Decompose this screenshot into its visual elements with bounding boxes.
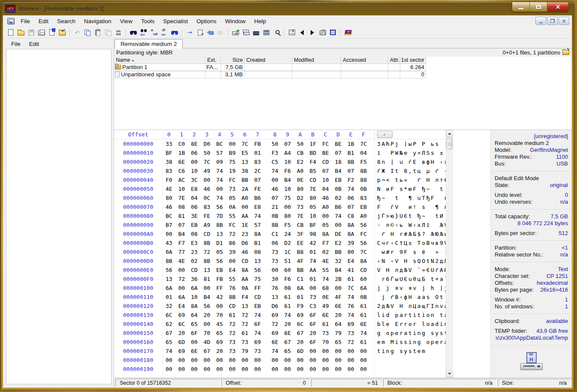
- hex-text[interactable]: j j яv яv j h |j: [375, 283, 446, 292]
- hex-byte[interactable]: B5: [307, 168, 320, 174]
- hex-byte[interactable]: 00: [163, 231, 175, 237]
- hex-byte[interactable]: 10: [188, 168, 201, 174]
- hex-byte[interactable]: F6: [281, 276, 294, 282]
- next-window-button[interactable]: [307, 27, 317, 37]
- hex-byte[interactable]: 18: [332, 159, 345, 165]
- column-header-attr[interactable]: Attr.: [388, 57, 400, 64]
- preview-button[interactable]: [272, 27, 282, 37]
- hex-byte[interactable]: 00: [307, 366, 320, 372]
- hex-byte[interactable]: 4E: [319, 258, 332, 264]
- hex-byte[interactable]: 07: [175, 222, 188, 228]
- hex-byte[interactable]: F5: [281, 222, 294, 228]
- hex-byte[interactable]: 21: [269, 204, 281, 210]
- hex-byte[interactable]: 4F: [294, 258, 307, 264]
- hex-row[interactable]: 000000060807E040C7405A0B60775D2804602068…: [114, 193, 446, 202]
- hex-row[interactable]: 000000090B707EBA98BFC1E578BF5CBBF05008A5…: [114, 220, 446, 229]
- copy-button[interactable]: [82, 27, 93, 37]
- hex-byte[interactable]: 61: [281, 294, 294, 300]
- hex-byte[interactable]: 07: [281, 141, 294, 147]
- hex-byte[interactable]: 7E: [294, 213, 307, 219]
- hex-row[interactable]: 000000160656D004D697373696E67206F7065726…: [114, 338, 446, 347]
- menu-specialist[interactable]: Specialist: [159, 16, 192, 26]
- hex-byte[interactable]: 65: [163, 339, 175, 345]
- case-menu-edit[interactable]: Edit: [25, 39, 43, 48]
- hex-byte[interactable]: F4: [239, 294, 251, 300]
- column-header-1st-sector[interactable]: 1st sector: [400, 57, 426, 64]
- hex-byte[interactable]: E3: [188, 240, 201, 246]
- hex-grid[interactable]: 00000000033C08ED0BC007CFB5007501FFCBE1B7…: [114, 139, 446, 374]
- hex-byte[interactable]: A9: [201, 222, 214, 228]
- text-column-header-button[interactable]: ✓: [377, 131, 393, 138]
- hex-byte[interactable]: 74: [213, 168, 226, 174]
- hex-byte[interactable]: 2B: [332, 276, 345, 282]
- hex-byte[interactable]: 00: [294, 357, 307, 363]
- hex-byte[interactable]: 6F: [307, 339, 320, 345]
- hex-byte[interactable]: 7C: [357, 141, 370, 147]
- hex-row[interactable]: 00000000033C08ED0BC007CFB5007501FFCBE1B7…: [114, 139, 446, 148]
- hex-byte[interactable]: 56: [163, 267, 175, 273]
- hex-byte[interactable]: 13: [201, 267, 214, 273]
- hex-byte[interactable]: 0B: [357, 186, 370, 192]
- hex-byte[interactable]: 10: [319, 177, 332, 183]
- hex-byte[interactable]: F7: [175, 240, 188, 246]
- hex-byte[interactable]: 80: [307, 195, 320, 201]
- hex-byte[interactable]: 7E: [307, 186, 320, 192]
- hex-byte[interactable]: F2: [344, 177, 357, 183]
- hex-byte[interactable]: 30: [269, 276, 281, 282]
- hex-byte[interactable]: A0: [319, 204, 332, 210]
- hex-byte[interactable]: 65: [332, 339, 345, 345]
- hex-byte[interactable]: 00: [201, 321, 214, 327]
- open-file-button[interactable]: [16, 27, 26, 37]
- prev-window-button[interactable]: [297, 27, 307, 37]
- hex-byte[interactable]: 00: [201, 366, 214, 372]
- close-button[interactable]: ×: [547, 2, 568, 12]
- hex-byte[interactable]: 08: [175, 204, 188, 210]
- hex-byte[interactable]: CD: [251, 294, 264, 300]
- hex-byte[interactable]: 69: [294, 312, 307, 318]
- hex-byte[interactable]: 06: [269, 240, 281, 246]
- hex-text[interactable]: јЃ>ю}UЄt Ђ~ tИ: [375, 211, 446, 220]
- hex-byte[interactable]: 73: [344, 330, 357, 336]
- hex-byte[interactable]: 00: [226, 366, 239, 372]
- hex-byte[interactable]: E4: [175, 303, 188, 309]
- menu-search[interactable]: Search: [53, 16, 80, 26]
- hex-byte[interactable]: 74: [307, 258, 320, 264]
- hex-byte[interactable]: 20: [175, 330, 188, 336]
- hex-byte[interactable]: 69: [344, 321, 357, 327]
- hex-byte[interactable]: 56: [251, 267, 264, 273]
- hex-byte[interactable]: 00: [201, 177, 214, 183]
- minimize-button[interactable]: [512, 2, 530, 12]
- hex-byte[interactable]: 74: [251, 330, 264, 336]
- hex-byte[interactable]: CD: [307, 177, 320, 183]
- hex-byte[interactable]: 2A: [239, 186, 251, 192]
- hex-byte[interactable]: 06: [344, 195, 357, 201]
- hex-byte[interactable]: 74: [213, 195, 226, 201]
- hex-byte[interactable]: 04: [188, 195, 201, 201]
- hex-byte[interactable]: 74: [269, 348, 281, 354]
- hex-byte[interactable]: CD: [319, 159, 332, 165]
- hex-byte[interactable]: 74: [269, 168, 281, 174]
- hex-row[interactable]: 0000000F013723681FB55AA7530F6C101742B616…: [114, 274, 446, 283]
- hex-byte[interactable]: 10: [307, 213, 320, 219]
- hex-row[interactable]: 0000000504E10E84600732AFE4610807E040B740…: [114, 184, 446, 193]
- hex-byte[interactable]: 76: [344, 303, 357, 309]
- hex-byte[interactable]: 72: [226, 321, 239, 327]
- hex-byte[interactable]: 8A: [319, 231, 332, 237]
- hex-byte[interactable]: 3F: [294, 231, 307, 237]
- hex-byte[interactable]: F6: [281, 168, 294, 174]
- hex-byte[interactable]: 02: [332, 195, 345, 201]
- hex-byte[interactable]: C8: [344, 213, 357, 219]
- hex-text[interactable]: р¬< tь» ґ Н лт€: [375, 175, 446, 184]
- hex-byte[interactable]: 00: [239, 204, 251, 210]
- hex-byte[interactable]: 46: [239, 249, 251, 255]
- hex-byte[interactable]: 46: [269, 186, 281, 192]
- hex-byte[interactable]: F5: [357, 159, 370, 165]
- find-again-button[interactable]: [169, 27, 180, 37]
- hex-text[interactable]: Ђ~ t ¶ uТЂF ѓ: [375, 193, 446, 202]
- hex-byte[interactable]: 00: [319, 357, 332, 363]
- hex-byte[interactable]: 00: [269, 177, 281, 183]
- hex-byte[interactable]: 73: [269, 249, 281, 255]
- hex-byte[interactable]: 00: [188, 357, 201, 363]
- hex-byte[interactable]: 1B: [344, 141, 357, 147]
- hex-byte[interactable]: 55: [226, 276, 239, 282]
